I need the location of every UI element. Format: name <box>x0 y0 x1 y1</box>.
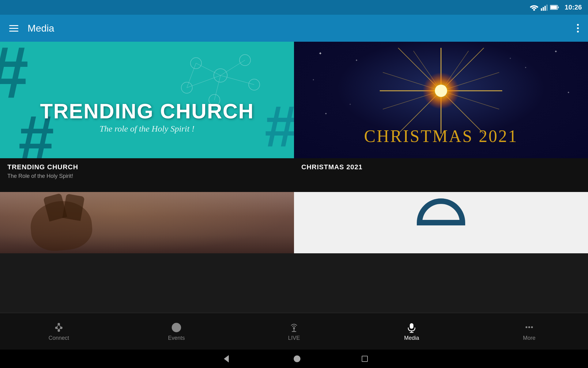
bottom-card-right[interactable] <box>294 192 588 253</box>
church-logo <box>417 198 466 247</box>
nav-live[interactable]: LIVE <box>235 318 353 344</box>
recents-button[interactable] <box>362 356 368 362</box>
media-label: Media <box>404 335 419 341</box>
svg-line-16 <box>187 75 221 88</box>
svg-rect-3 <box>545 6 546 11</box>
svg-point-47 <box>526 326 527 328</box>
system-nav <box>0 350 588 368</box>
star-s1: ✦ <box>318 51 322 56</box>
christmas-card-info: CHRISTMAS 2021 <box>294 158 588 192</box>
logo-thumbnail <box>294 192 588 253</box>
trending-overlay-subtitle: The role of the Holy Spirit ! <box>0 124 294 134</box>
svg-point-49 <box>531 326 533 328</box>
svg-rect-6 <box>550 6 557 9</box>
nav-media[interactable]: Media <box>353 318 470 344</box>
svg-line-14 <box>196 63 221 75</box>
svg-rect-4 <box>546 5 548 11</box>
media-content: # # # <box>0 42 588 313</box>
events-label: Events <box>168 335 185 341</box>
more-options-button[interactable] <box>577 24 579 33</box>
svg-point-48 <box>528 326 530 328</box>
trending-overlay-title: TRENDING CHURCH <box>0 100 294 123</box>
christmas-thumbnail: ✦ ✦ ✦ ✦ ✦ ✦ ✦ ✦ ✦ <box>294 42 588 158</box>
svg-point-35 <box>435 85 447 97</box>
wifi-icon <box>530 4 538 11</box>
connect-label: Connect <box>48 335 69 341</box>
star-s3: ✦ <box>554 49 557 54</box>
bottom-row <box>0 192 588 253</box>
hash-decor-1: # <box>0 42 28 109</box>
star-s6: ✦ <box>349 103 351 106</box>
svg-marker-50 <box>224 355 229 362</box>
bottom-navigation: Connect Events LIVE <box>0 313 588 350</box>
christmas-card[interactable]: ✦ ✦ ✦ ✦ ✦ ✦ ✦ ✦ ✦ <box>294 42 588 192</box>
svg-point-0 <box>533 9 535 11</box>
svg-rect-44 <box>410 323 413 329</box>
trending-church-card[interactable]: # # # <box>0 42 294 192</box>
media-icon <box>406 321 417 333</box>
svg-point-38 <box>55 327 58 329</box>
svg-line-15 <box>221 60 245 75</box>
back-button[interactable] <box>220 353 232 365</box>
church-logo-svg <box>417 198 466 235</box>
events-icon <box>171 321 182 333</box>
top-row: # # # <box>0 42 588 192</box>
svg-rect-7 <box>558 6 559 8</box>
bottom-card-left[interactable] <box>0 192 294 253</box>
trending-card-title: TRENDING CHURCH <box>7 163 287 171</box>
app-bar: Media <box>0 15 588 42</box>
star-s5: ✦ <box>567 91 570 94</box>
connect-icon <box>53 321 65 333</box>
star-s4: ✦ <box>312 79 315 81</box>
svg-point-37 <box>60 327 62 329</box>
nav-events[interactable]: Events <box>118 318 235 344</box>
live-label: LIVE <box>288 335 300 341</box>
star-s9: ✦ <box>509 57 511 60</box>
christmas-card-title: CHRISTMAS 2021 <box>301 163 581 171</box>
nav-more[interactable]: More <box>470 318 588 344</box>
svg-rect-2 <box>543 7 544 11</box>
home-button[interactable] <box>294 355 300 362</box>
status-time: 10:26 <box>565 3 582 11</box>
more-label: More <box>523 335 535 341</box>
trending-card-subtitle: The Role of the Holy Spirit! <box>7 173 287 179</box>
nav-connect[interactable]: Connect <box>0 318 118 344</box>
star-s2: ✦ <box>355 59 358 62</box>
battery-icon <box>550 5 559 10</box>
svg-line-19 <box>187 63 196 88</box>
trending-overlay-text: TRENDING CHURCH The role of the Holy Spi… <box>0 100 294 134</box>
trending-card-info: TRENDING CHURCH The Role of the Holy Spi… <box>0 158 294 192</box>
svg-rect-1 <box>541 8 542 11</box>
christmas-overlay-title: CHRISTMAS 2021 <box>294 126 588 146</box>
star-burst-svg <box>380 48 502 134</box>
signal-icon <box>541 4 548 11</box>
status-icons: 10:26 <box>530 3 582 11</box>
menu-button[interactable] <box>9 25 18 32</box>
star-s7: ✦ <box>525 66 527 69</box>
more-icon <box>523 321 535 333</box>
svg-line-18 <box>214 75 221 100</box>
live-icon <box>288 321 300 333</box>
svg-point-36 <box>58 323 60 325</box>
trending-thumbnail: # # # <box>0 42 294 158</box>
animal-thumbnail <box>0 192 294 253</box>
svg-point-39 <box>58 329 60 332</box>
star-s8: ✦ <box>325 112 327 115</box>
status-bar: 10:26 <box>0 0 588 15</box>
page-title: Media <box>28 23 577 34</box>
